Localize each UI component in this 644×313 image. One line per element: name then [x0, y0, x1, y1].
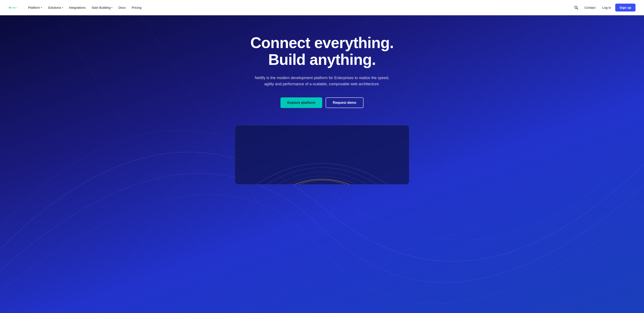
dashboard-preview: [235, 125, 409, 184]
signup-button[interactable]: Sign up: [615, 3, 636, 11]
dashboard-arc-decoration: [235, 125, 409, 184]
nav-links: Platform ▾ Solutions ▾ Integrations Star…: [26, 4, 572, 11]
hero-subtitle: Netlify is the modern development platfo…: [254, 75, 390, 87]
nav-solutions[interactable]: Solutions ▾: [45, 4, 66, 11]
hero-content: Connect everything. Build anything. Netl…: [242, 15, 402, 121]
svg-line-8: [42, 15, 256, 313]
contact-link[interactable]: Contact: [582, 4, 598, 11]
main-nav: netlify Platform ▾ Solutions ▾ Integrati…: [0, 0, 644, 15]
start-building-chevron-icon: ▾: [112, 6, 112, 9]
solutions-chevron-icon: ▾: [62, 6, 63, 9]
platform-chevron-icon: ▾: [41, 6, 42, 9]
request-demo-button[interactable]: Request demo: [326, 97, 364, 108]
hero-section: Connect everything. Build anything. Netl…: [0, 15, 644, 313]
search-icon: [574, 5, 578, 10]
explore-platform-button[interactable]: Explore platform: [280, 97, 322, 108]
svg-text:netlify: netlify: [12, 7, 16, 8]
nav-platform[interactable]: Platform ▾: [26, 4, 44, 11]
login-link[interactable]: Log in: [600, 4, 614, 11]
nav-pricing[interactable]: Pricing: [129, 4, 144, 11]
logo-link[interactable]: netlify: [8, 3, 18, 12]
nav-right: Contact Log in Sign up: [572, 3, 636, 11]
hero-title: Connect everything. Build anything.: [250, 34, 394, 68]
hero-buttons: Explore platform Request demo: [280, 97, 364, 108]
nav-docs[interactable]: Docs: [116, 4, 128, 11]
nav-start-building[interactable]: Start Building ▾: [89, 4, 115, 11]
svg-line-7: [577, 8, 578, 9]
nav-integrations[interactable]: Integrations: [66, 4, 88, 11]
search-button[interactable]: [572, 4, 580, 11]
